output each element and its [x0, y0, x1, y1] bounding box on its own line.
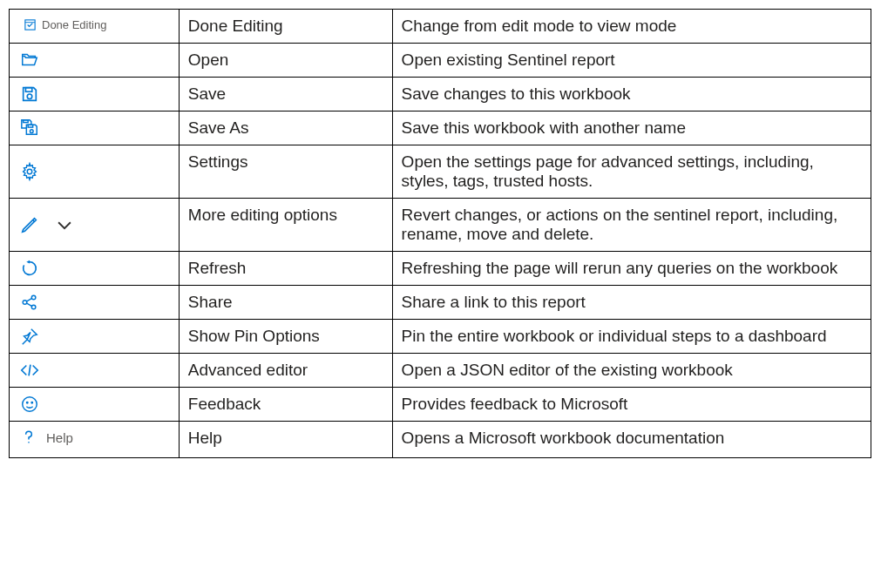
command-description: Revert changes, or actions on the sentin…	[392, 199, 871, 252]
svg-rect-0	[25, 20, 35, 30]
table-row: Save Save changes to this workbook	[10, 78, 871, 112]
command-description: Pin the entire workbook or individual st…	[392, 320, 871, 354]
svg-point-10	[23, 397, 37, 412]
help-button[interactable]: Help	[20, 427, 73, 448]
help-label: Help	[46, 430, 73, 445]
svg-point-11	[27, 402, 28, 402]
command-description: Open existing Sentinel report	[392, 44, 871, 78]
folder-open-icon	[20, 51, 39, 70]
command-name: Advanced editor	[179, 354, 392, 388]
table-row: Share Share a link to this report	[10, 286, 871, 320]
table-row: Feedback Provides feedback to Microsoft	[10, 388, 871, 422]
table-row: Help Help Opens a Microsoft workbook doc…	[10, 422, 871, 458]
svg-point-6	[27, 169, 32, 174]
command-name: Feedback	[179, 388, 392, 422]
done-editing-label: Done Editing	[42, 18, 106, 31]
command-name: Done Editing	[179, 10, 392, 44]
table-row: Settings Open the settings page for adva…	[10, 145, 871, 199]
command-name: Help	[179, 422, 392, 458]
command-description: Refreshing the page will rerun any queri…	[392, 252, 871, 286]
table-row: Open Open existing Sentinel report	[10, 44, 871, 78]
table-row: More editing options Revert changes, or …	[10, 199, 871, 252]
table-row: Show Pin Options Pin the entire workbook…	[10, 320, 871, 354]
svg-rect-1	[25, 88, 31, 92]
done-editing-button[interactable]: Done Editing	[20, 17, 110, 33]
table-row: Refresh Refreshing the page will rerun a…	[10, 252, 871, 286]
table-row: Save As Save this workbook with another …	[10, 112, 871, 145]
toolbar-icon-reference-table: Done Editing Done Editing Change from ed…	[9, 9, 871, 458]
table-row: Done Editing Done Editing Change from ed…	[10, 10, 871, 44]
pencil-edit-icon	[20, 215, 39, 234]
gear-icon	[20, 162, 39, 181]
share-icon	[20, 293, 39, 312]
help-question-icon	[20, 427, 37, 448]
command-name: Save As	[179, 112, 392, 145]
command-description: Opens a Microsoft workbook documentation	[392, 422, 871, 458]
svg-point-12	[31, 402, 32, 402]
smiley-feedback-icon	[20, 395, 39, 414]
svg-point-2	[27, 94, 32, 99]
command-name: Share	[179, 286, 392, 320]
command-description: Open a JSON editor of the existing workb…	[392, 354, 871, 388]
save-icon	[20, 84, 39, 104]
command-name: Save	[179, 78, 392, 112]
command-name: More editing options	[179, 199, 392, 252]
table-row: Advanced editor Open a JSON editor of th…	[10, 354, 871, 388]
command-description: Save changes to this workbook	[392, 78, 871, 112]
command-description: Provides feedback to Microsoft	[392, 388, 871, 422]
command-description: Save this workbook with another name	[392, 112, 871, 145]
command-name: Refresh	[179, 252, 392, 286]
command-description: Open the settings page for advanced sett…	[392, 145, 871, 199]
command-name: Settings	[179, 145, 392, 199]
done-editing-icon	[24, 18, 37, 31]
code-icon	[20, 361, 39, 380]
command-description: Change from edit mode to view mode	[392, 10, 871, 44]
save-as-icon	[20, 118, 39, 138]
svg-point-13	[28, 442, 30, 443]
svg-rect-3	[24, 120, 29, 123]
command-name: Show Pin Options	[179, 320, 392, 354]
refresh-icon	[20, 259, 39, 278]
pin-icon	[20, 327, 39, 346]
chevron-down-icon[interactable]	[55, 215, 74, 234]
command-name: Open	[179, 44, 392, 78]
command-description: Share a link to this report	[392, 286, 871, 320]
